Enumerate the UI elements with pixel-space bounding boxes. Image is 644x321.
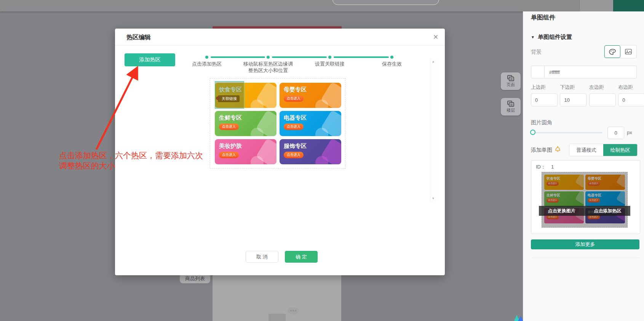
hotspot-selection-box[interactable]: 关联链接 xyxy=(215,81,244,109)
scrollbar[interactable]: ▲ ▼ xyxy=(430,59,436,202)
thumbnail-actions: 点击更换图片 点击添加热区 xyxy=(539,206,630,216)
spacing-bottom-input[interactable] xyxy=(560,93,586,106)
tile-badge: 点击进入 xyxy=(219,124,239,130)
hotspot-handle-dot[interactable] xyxy=(216,96,219,100)
separator xyxy=(531,258,639,258)
tile-badge: 点击进入 xyxy=(284,124,304,130)
floor-layers-button[interactable]: 楼层 xyxy=(501,98,521,116)
color-value-field[interactable]: #ffffff xyxy=(545,66,637,79)
page: 商品列表 页面 楼层 热区编辑 ✕ 添加热区 点击添加热区 移动鼠标至热区边缘调… xyxy=(0,0,644,321)
spacing-top-input[interactable] xyxy=(531,93,558,106)
component-card: ID：1 饮食专区点击进入 母婴专区点击进入 生鲜专区点击进入 电器专区点击进入… xyxy=(531,160,640,234)
preview-placeholder-block xyxy=(268,314,286,321)
tile-label: 母婴专区 xyxy=(284,86,307,93)
step-label-4: 保存生效 xyxy=(360,61,424,67)
background-type-toggle xyxy=(604,45,637,58)
scroll-up-icon[interactable]: ▲ xyxy=(431,60,435,63)
spacing-right-label: 右边距 xyxy=(618,84,642,91)
color-swatch[interactable] xyxy=(531,66,545,79)
tile-grid: 饮食专区 关联链接 母婴专区 点击进入 生鲜专区 xyxy=(215,83,340,164)
step-dot-4 xyxy=(390,56,393,59)
top-toolbar xyxy=(0,0,644,11)
spacing-bottom-label: 下边距 xyxy=(560,84,584,91)
add-more-button[interactable]: 添加更多 xyxy=(531,239,639,249)
tile-baby[interactable]: 母婴专区 点击进入 xyxy=(280,83,341,108)
image-radius-label: 图片圆角 xyxy=(531,119,552,126)
page-layers-button[interactable]: 页面 xyxy=(501,72,521,90)
radius-unit-label: px xyxy=(627,130,632,135)
add-image-label: 添加单图 xyxy=(531,147,552,154)
step-line xyxy=(334,56,389,58)
cancel-button[interactable]: 取 消 xyxy=(246,251,278,263)
toolbar-button-group[interactable] xyxy=(580,0,614,11)
tile-badge: 点击进入 xyxy=(284,152,304,158)
layers-icon xyxy=(507,101,514,107)
step-dot-2 xyxy=(267,56,270,59)
component-id-row: ID：1 xyxy=(536,164,554,170)
toolbar-save-button[interactable] xyxy=(613,0,644,11)
page-layers-label: 页面 xyxy=(507,82,515,88)
tile-appliance[interactable]: 电器专区 点击进入 xyxy=(280,111,341,136)
component-settings-sidebar: 单图组件 ▼单图组件设置 背景 #ffffff 上边距 下边距 左边距 右边距 … xyxy=(523,11,644,321)
image-icon xyxy=(625,49,632,55)
palette-icon xyxy=(609,49,616,55)
toolbar-input[interactable] xyxy=(332,0,439,5)
annotation-line-1: 点击添加热区，六个热区，需要添加六次 xyxy=(59,150,203,160)
step-line xyxy=(272,56,327,58)
tile-label: 电器专区 xyxy=(284,114,307,122)
tile-clothing[interactable]: 服饰专区 点击进入 xyxy=(280,139,341,164)
tile-beauty[interactable]: 美妆护肤 点击进入 xyxy=(215,139,276,164)
annotation-text: 点击添加热区，六个热区，需要添加六次 调整热区的大小 xyxy=(59,150,203,171)
spacing-left-label: 左边距 xyxy=(589,84,614,91)
spacing-fields: 上边距 下边距 左边距 右边距 xyxy=(531,84,642,106)
step-dot-1 xyxy=(205,56,208,59)
step-label-2: 移动鼠标至热区边缘调整热区大小和位置 xyxy=(236,61,300,74)
background-color-row: #ffffff xyxy=(531,66,637,79)
alarm-bell-icon xyxy=(555,146,561,152)
confirm-button[interactable]: 确 定 xyxy=(285,251,318,263)
normal-mode-button[interactable]: 普通模式 xyxy=(569,144,603,156)
tile-label: 美妆护肤 xyxy=(219,143,242,150)
annotation-line-2: 调整热区的大小 xyxy=(59,160,203,171)
image-mode-button[interactable] xyxy=(620,45,636,58)
dialog-header: 热区编辑 ✕ xyxy=(115,29,445,46)
scroll-down-icon[interactable]: ▼ xyxy=(431,197,435,200)
spacing-right-input[interactable] xyxy=(618,93,644,106)
background-label: 背景 xyxy=(531,49,542,56)
tile-label: 生鲜专区 xyxy=(219,114,242,122)
floor-layers-label: 楼层 xyxy=(507,108,515,113)
sidebar-title: 单图组件 xyxy=(531,14,555,22)
dialog-title: 热区编辑 xyxy=(126,34,151,42)
color-mode-button[interactable] xyxy=(604,45,620,58)
thumbnail-dim-overlay xyxy=(542,172,628,228)
close-icon[interactable]: ✕ xyxy=(430,32,441,42)
tile-badge: 点击进入 xyxy=(284,95,304,102)
image-frame: 饮食专区 关联链接 母婴专区 点击进入 生鲜专区 xyxy=(210,78,345,169)
tile-badge: 点击进入 xyxy=(219,152,239,158)
step-label-1: 点击添加热区 xyxy=(174,61,239,67)
spacing-left-input[interactable] xyxy=(589,93,616,106)
step-label-3: 设置关联链接 xyxy=(297,61,362,67)
image-scroll-area: 饮食专区 关联链接 母婴专区 点击进入 生鲜专区 xyxy=(210,77,438,221)
change-image-button[interactable]: 点击更换图片 xyxy=(539,206,585,216)
id-label: ID： xyxy=(536,164,546,170)
spacing-top-label: 上边距 xyxy=(531,84,555,91)
add-hotspot-button[interactable]: 添加热区 xyxy=(125,53,175,66)
add-hotspot-thumb-button[interactable]: 点击添加热区 xyxy=(585,206,631,216)
layers-icon xyxy=(507,75,514,81)
chat-bubble-icon xyxy=(288,307,299,315)
radius-value-field[interactable]: 0 xyxy=(607,127,624,139)
mode-toggle: 普通模式 绘制热区 xyxy=(569,144,638,156)
draw-hotspot-mode-button[interactable]: 绘制热区 xyxy=(603,144,637,156)
caret-down-icon: ▼ xyxy=(531,35,535,39)
step-line xyxy=(211,56,265,58)
radius-slider-handle[interactable] xyxy=(530,130,535,135)
step-dot-3 xyxy=(328,56,331,59)
tile-fresh[interactable]: 生鲜专区 点击进入 xyxy=(215,111,276,136)
radius-slider-track[interactable] xyxy=(532,132,602,133)
settings-section-header[interactable]: ▼单图组件设置 xyxy=(531,34,572,41)
id-value: 1 xyxy=(551,164,554,170)
assistant-logo-icon[interactable] xyxy=(513,314,524,321)
hotspot-link-chip[interactable]: 关联链接 xyxy=(218,95,240,102)
tile-food[interactable]: 饮食专区 关联链接 xyxy=(215,83,276,108)
